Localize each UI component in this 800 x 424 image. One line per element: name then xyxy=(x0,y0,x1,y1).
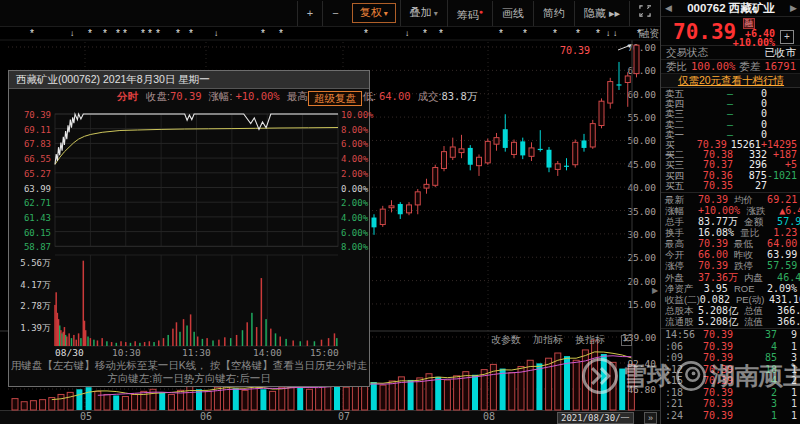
popup-volume-label: 2.78万 xyxy=(13,300,51,313)
popup-price-label: 65.27 xyxy=(13,169,51,179)
panel-collapse-arrow[interactable]: ▶ xyxy=(652,286,658,295)
event-star-icon: * xyxy=(156,29,160,39)
level2-promo-link[interactable]: 仅需20元查看十档行情 xyxy=(678,74,784,86)
event-star-icon: * xyxy=(141,29,145,39)
stat-row: 最新70.39均价69.21 xyxy=(661,194,800,205)
tick-list: 14:5670.39379:0670.3941:0970.39853:1270.… xyxy=(661,329,800,421)
tick-row: :2470.3911 xyxy=(661,410,800,422)
trade-status-row: 交易状态已收市 xyxy=(661,46,800,60)
volume-axis-label: 46.80 xyxy=(622,384,656,395)
event-star-icon: * xyxy=(189,29,193,39)
stat-row: 换手16.08%量比1.23 xyxy=(661,227,800,238)
bid-row: 买三70.37296+5 xyxy=(661,160,800,170)
popup-percent-label: 8.00% xyxy=(341,125,379,135)
event-star-icon: * xyxy=(88,29,92,39)
super-replay-button[interactable]: 超级复盘 xyxy=(308,91,362,106)
weibi-row: 委比100.00% 委差16791 xyxy=(661,60,800,74)
popup-price-label: 61.43 xyxy=(13,213,51,223)
popup-price-label: 67.83 xyxy=(13,139,51,149)
popup-time-label: 15:00 xyxy=(310,347,339,358)
stat-row: 涨停70.39跌停57.59 xyxy=(661,260,800,271)
popup-time-label: 10:30 xyxy=(112,347,141,358)
event-star-icon: * xyxy=(116,29,120,39)
tick-row: :1570.3942 xyxy=(661,375,800,387)
stock-code-name: 000762 西藏矿业 xyxy=(687,2,775,14)
popup-percent-label: 0.00% xyxy=(341,184,379,194)
popup-price-label: 62.71 xyxy=(13,198,51,208)
popup-percent-label: 10.00% xyxy=(341,110,379,120)
event-star-icon: * xyxy=(176,29,180,39)
tick-row: :1270.39101 xyxy=(661,364,800,376)
popup-title: 西藏矿业(000762) 2021年8月30日 星期一 xyxy=(9,71,369,89)
add-to-watchlist-button[interactable]: + xyxy=(780,30,794,44)
price-change-percent: +10.00% xyxy=(733,37,775,48)
close-icon[interactable]: × xyxy=(621,335,632,346)
switch-indicator-link[interactable]: 换指标 xyxy=(575,333,605,347)
volume-axis-label: 92.40 xyxy=(622,358,656,369)
event-star-icon: * xyxy=(103,29,107,39)
popup-time-label: 11:30 xyxy=(182,347,211,358)
event-star-icon: * xyxy=(364,29,368,39)
intraday-chart[interactable] xyxy=(9,105,367,349)
event-arrow-icon: ↓ xyxy=(606,30,610,38)
stat-row: 今开66.00昨收63.99 xyxy=(661,249,800,260)
stat-row: 外盘37.36万内盘46.40万 xyxy=(661,272,800,283)
intraday-replay-popup: 西藏矿业(000762) 2021年8月30日 星期一 分时收盘:70.39涨幅… xyxy=(8,70,370,387)
next-stock-arrow[interactable]: ▶ xyxy=(790,0,797,16)
stat-row: 涨幅+10.00%涨跌▲6.40 xyxy=(661,205,800,216)
event-star-icon: * xyxy=(596,29,600,39)
prev-stock-arrow[interactable]: ◀ xyxy=(665,0,672,16)
popup-time-label: 08/30 xyxy=(55,347,84,358)
stat-row: 流通股5.208亿流值366.6亿 xyxy=(661,316,800,327)
event-star-icon: * xyxy=(637,29,641,39)
event-star-icon: * xyxy=(423,29,427,39)
bid-row: 买五70.3527 xyxy=(661,181,800,191)
popup-stat-key: 涨幅: xyxy=(209,90,236,102)
popup-volume-value: 83.8万 xyxy=(441,90,477,102)
event-star-icon: * xyxy=(261,29,265,39)
intraday-tab: 分时 xyxy=(117,90,138,102)
tick-row: :0970.39853 xyxy=(661,352,800,364)
event-arrow-icon: ↓ xyxy=(613,30,617,38)
stock-name-header: ◀ 000762 西藏矿业 ▶ xyxy=(661,0,800,17)
popup-stat-value: 70.39 xyxy=(170,90,202,102)
tick-row: :0670.3941 xyxy=(661,341,800,353)
popup-percent-label: 8.00% xyxy=(341,242,379,252)
stat-row: 净资产3.95ROE2.09% xyxy=(661,283,800,294)
event-arrow-icon: ↓ xyxy=(405,30,409,38)
quote-panel: ◀ 000762 西藏矿业 ▶ 70.39 融 +6.40 +10.00% + … xyxy=(660,0,800,424)
popup-stat-key: 收盘: xyxy=(146,90,170,102)
popup-price-label: 69.11 xyxy=(13,125,51,135)
event-star-icon: * xyxy=(499,29,503,39)
popup-volume-key: 成交: xyxy=(418,90,442,102)
popup-time-label: 14:00 xyxy=(253,347,282,358)
event-arrow-icon: ↓ xyxy=(214,30,218,38)
event-star-icon: * xyxy=(576,29,580,39)
popup-stat-value: +10.00% xyxy=(235,90,279,102)
popup-price-label: 66.55 xyxy=(13,154,51,164)
keyboard-hint-2: 方向键左:前一日 方向键右:后一日 xyxy=(9,372,369,386)
tick-row: 14:5670.39379 xyxy=(661,329,800,341)
event-star-icon: * xyxy=(123,29,127,39)
popup-volume-label: 1.39万 xyxy=(13,322,51,335)
event-star-icon: * xyxy=(30,29,34,39)
popup-percent-label: 4.00% xyxy=(341,213,379,223)
price-block: 70.39 融 +6.40 +10.00% + xyxy=(661,17,800,46)
add-indicator-link[interactable]: 加指标 xyxy=(533,333,563,347)
popup-percent-label: 6.00% xyxy=(341,139,379,149)
tick-row: :1870.3921 xyxy=(661,387,800,399)
order-book: 卖五—0卖四—0卖三—0卖二—0卖一—0买一70.3915261+14295买二… xyxy=(661,88,800,193)
popup-volume-label: 4.17万 xyxy=(13,279,51,292)
trading-app-window: 70.39 +−复权▾叠加▾筹码●画线简约隐藏 ▸▸ 融资融券 设置均线 ▾ *… xyxy=(0,0,800,424)
popup-price-label: 70.39 xyxy=(13,110,51,120)
svg-text:70.39: 70.39 xyxy=(560,45,590,56)
change-params-link[interactable]: 改参数 xyxy=(491,333,521,347)
event-arrow-icon: ↓ xyxy=(70,30,74,38)
stat-row: 总手83.77万金额57.97亿 xyxy=(661,216,800,227)
event-star-icon: * xyxy=(279,29,283,39)
event-star-icon: * xyxy=(148,29,152,39)
popup-price-label: 63.99 xyxy=(13,184,51,194)
popup-price-label: 60.15 xyxy=(13,228,51,238)
event-star-icon: * xyxy=(523,29,527,39)
tick-row: :2170.3931 xyxy=(661,398,800,410)
